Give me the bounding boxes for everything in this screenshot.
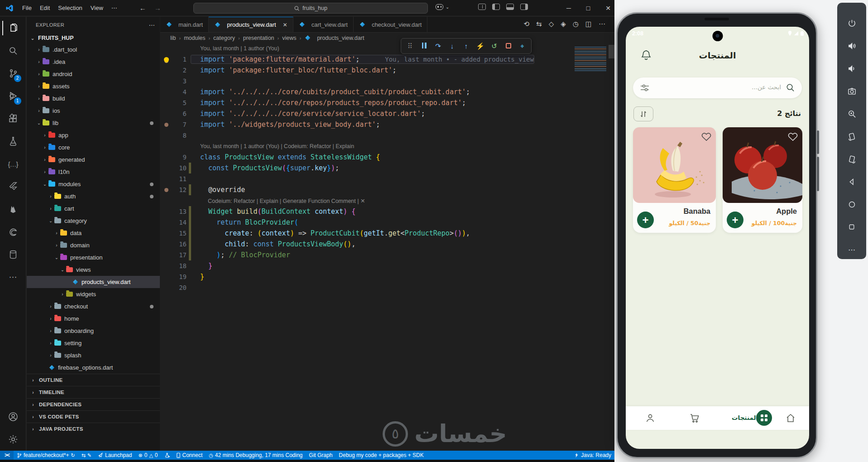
- tab-checkout-view-dart[interactable]: checkout_view.dart: [354, 17, 428, 32]
- close-tab-icon[interactable]: ✕: [283, 22, 288, 28]
- tab-products-view-dart[interactable]: products_view.dart✕: [209, 17, 293, 32]
- tree-item-widgets[interactable]: ›widgets: [27, 288, 160, 300]
- tree-item-splash[interactable]: ›splash: [27, 349, 160, 361]
- code-line-10[interactable]: 10 const ProductsView({super.key});: [160, 163, 614, 173]
- snippets-tab-icon[interactable]: {…}: [2, 153, 24, 175]
- flutter-tab-icon[interactable]: [2, 175, 24, 198]
- explorer-tab-icon[interactable]: [2, 17, 24, 39]
- tree-item-android[interactable]: ›android: [27, 68, 160, 80]
- code-line-5[interactable]: 5import '../../../../core/repos/products…: [160, 97, 614, 108]
- nav-cart-icon[interactable]: [689, 413, 700, 425]
- code-line-9[interactable]: 9class ProductsView extends StatelessWid…: [160, 152, 614, 163]
- debug-config-item[interactable]: Debug my code + packages + SDK: [336, 451, 427, 460]
- maximize-button[interactable]: □: [586, 5, 590, 12]
- breadcrumb[interactable]: lib›modules›category›presentation›views›…: [160, 33, 614, 43]
- pause-icon[interactable]: [418, 42, 430, 50]
- menu-overflow[interactable]: ⋯: [107, 2, 121, 14]
- tree-item-app[interactable]: ›app: [27, 129, 160, 141]
- breadcrumb-item[interactable]: presentation: [243, 35, 274, 41]
- close-button[interactable]: ✕: [605, 5, 611, 12]
- tree-item-category[interactable]: ⌄category: [27, 215, 160, 227]
- copilot-button[interactable]: ⌄: [436, 4, 449, 10]
- drag-grip-icon[interactable]: ⠿: [404, 42, 416, 50]
- tree-item-setting[interactable]: ›setting: [27, 337, 160, 349]
- source-control-tab-icon[interactable]: 2: [2, 62, 24, 85]
- stop-icon[interactable]: [502, 42, 514, 50]
- overview-icon[interactable]: [847, 222, 857, 232]
- toggle-primary-sidebar-icon[interactable]: [492, 4, 500, 10]
- database-tab-icon[interactable]: [2, 243, 24, 266]
- breadcrumb-item[interactable]: category: [213, 35, 235, 41]
- split-editor-icon[interactable]: ◫: [585, 20, 592, 28]
- breadcrumb-item[interactable]: views: [282, 35, 296, 41]
- sidebar-section-java-projects[interactable]: ›JAVA PROJECTS: [27, 423, 160, 435]
- tree-item-lib[interactable]: ⌄lib: [27, 117, 160, 129]
- breadcrumb-item[interactable]: modules: [184, 35, 205, 41]
- device-connect-item[interactable]: Connect: [173, 451, 206, 460]
- code-editor[interactable]: You, last month | 1 author (You)1import …: [160, 43, 614, 451]
- sidebar-section-timeline[interactable]: ›TIMELINE: [27, 386, 160, 398]
- menu-view[interactable]: View: [86, 2, 107, 14]
- command-center-search[interactable]: fruits_hup: [193, 3, 428, 14]
- camera-icon[interactable]: [847, 86, 857, 96]
- add-to-cart-button[interactable]: +: [727, 212, 743, 228]
- step-out-icon[interactable]: ↑: [460, 42, 472, 50]
- code-line-17[interactable]: 17 ); // BlocProvider: [160, 250, 614, 260]
- editor-scrollbar[interactable]: [609, 45, 614, 58]
- code-line-4[interactable]: 4import '../../../../core/cubits/product…: [160, 87, 614, 97]
- favorite-heart-icon[interactable]: [787, 131, 798, 143]
- tree-item-auth[interactable]: ›auth: [27, 190, 160, 202]
- more-views-icon[interactable]: ⋯: [2, 266, 24, 289]
- sidebar-section-dependencies[interactable]: ›DEPENDENCIES: [27, 398, 160, 410]
- step-into-icon[interactable]: ↓: [446, 42, 458, 50]
- extensions-tab-icon[interactable]: [2, 107, 24, 130]
- minimize-button[interactable]: ─: [566, 5, 571, 12]
- breadcrumb-item[interactable]: lib: [170, 35, 176, 41]
- tab-main-dart[interactable]: main.dart: [160, 17, 209, 32]
- code-line-7[interactable]: 7import '../widgets/products_view_body.d…: [160, 119, 614, 130]
- tree-item--idea[interactable]: ›.idea: [27, 56, 160, 68]
- problems-item[interactable]: ⊗0 △0: [135, 451, 161, 460]
- tree-item-domain[interactable]: ›domain: [27, 239, 160, 251]
- code-line-20[interactable]: 20: [160, 282, 614, 293]
- rotate-left-icon[interactable]: [847, 131, 857, 141]
- tree-item-firebase-options-dart[interactable]: firebase_options.dart: [27, 361, 160, 374]
- favorite-heart-icon[interactable]: [701, 131, 712, 143]
- swap-icon[interactable]: ⇆: [536, 20, 542, 28]
- nav-back-icon[interactable]: ←: [139, 4, 146, 12]
- zoom-icon[interactable]: [847, 109, 857, 119]
- code-line-1[interactable]: 1import 'package:flutter/material.dart';…: [160, 54, 614, 65]
- back-icon[interactable]: [847, 177, 857, 187]
- settings-gear-icon[interactable]: [2, 428, 24, 451]
- restart-icon[interactable]: ↺: [488, 42, 500, 50]
- run-debug-tab-icon[interactable]: 1: [2, 85, 24, 107]
- code-line-16[interactable]: 16 child: const ProductsViewBody(),: [160, 239, 614, 250]
- profile-run-icon[interactable]: ◷: [573, 20, 579, 28]
- nav-products-button[interactable]: [756, 410, 772, 426]
- code-line-11[interactable]: 11: [160, 173, 614, 184]
- toggle-secondary-sidebar-icon[interactable]: [520, 4, 528, 10]
- volume-up-icon[interactable]: [847, 41, 857, 51]
- rotate-right-icon[interactable]: [847, 154, 857, 164]
- launchpad-item[interactable]: Launchpad: [95, 451, 135, 460]
- tree-item-build[interactable]: ›build: [27, 92, 160, 105]
- compare-changes-item[interactable]: ⇆✎: [78, 451, 95, 460]
- lightbulb-icon[interactable]: [164, 57, 169, 62]
- add-to-cart-button[interactable]: +: [637, 212, 654, 228]
- search-field[interactable]: ابحث عن...: [633, 77, 802, 98]
- nav-home-icon[interactable]: [785, 413, 796, 425]
- menu-selection[interactable]: Selection: [54, 2, 86, 14]
- menu-edit[interactable]: Edit: [36, 2, 54, 14]
- tree-root-fruits-hup[interactable]: ⌄ FRUITS_HUP: [27, 33, 160, 43]
- tree-item-presentation[interactable]: ⌄presentation: [27, 251, 160, 264]
- tree-item-assets[interactable]: ›assets: [27, 80, 160, 92]
- power-icon[interactable]: [847, 18, 857, 28]
- product-card-banaba[interactable]: + Banaba جنية50 / الكيلو: [633, 127, 716, 233]
- tree-item--dart-tool[interactable]: ›.dart_tool: [27, 43, 160, 56]
- code-line-2[interactable]: 2import 'package:flutter_bloc/flutter_bl…: [160, 65, 614, 76]
- toggle-panel-icon[interactable]: [506, 4, 514, 10]
- widget-inspector-icon[interactable]: ⌖: [516, 42, 528, 50]
- code-line-12[interactable]: 12 @override: [160, 184, 614, 195]
- code-line-6[interactable]: 6import '../../../../core/service/servic…: [160, 108, 614, 119]
- time-stats-item[interactable]: ◷ 42 mins Debugging, 17 mins Coding: [206, 451, 306, 460]
